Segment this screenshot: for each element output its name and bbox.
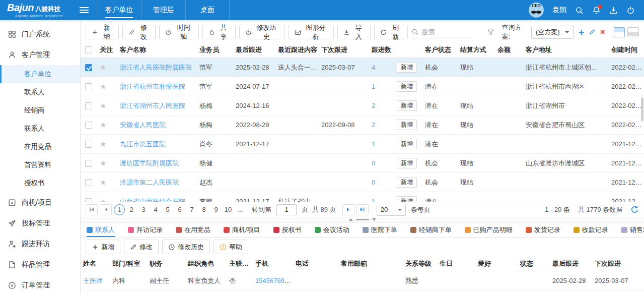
sidebar-item-1[interactable]: 客户管理 bbox=[0, 44, 80, 65]
detail-tab-3[interactable]: 商机/项目 bbox=[224, 223, 260, 237]
import-button[interactable]: 导入 bbox=[337, 25, 371, 39]
top-tab-2[interactable]: 桌面 bbox=[185, 0, 230, 20]
customer-name-link[interactable]: 浙江省杭州市肿瘤医院 bbox=[120, 83, 185, 90]
follow-count-link[interactable]: 4 bbox=[372, 64, 375, 71]
sidebar-item-9[interactable]: ¥商机/项目 bbox=[0, 192, 80, 213]
chart-button[interactable]: 图形分析 bbox=[289, 25, 334, 39]
col-header-address[interactable]: 客户地址 bbox=[523, 45, 608, 54]
col-header-follow-content[interactable]: 最近跟进内容 bbox=[275, 45, 318, 54]
col-header-next-follow[interactable]: 下次跟进 bbox=[318, 45, 359, 54]
dcol-role[interactable]: 组织角色 bbox=[185, 259, 227, 268]
star-icon[interactable]: ★ bbox=[100, 197, 106, 202]
table-row[interactable]: ★ 潍坊医学院附属医院 杨健 0 新增 机会 现结 山东省潍坊市潍城区 2021… bbox=[81, 154, 644, 173]
filter-funnel-icon[interactable] bbox=[487, 28, 494, 36]
history-button[interactable]: 修改历史 bbox=[162, 240, 210, 254]
dcol-relation[interactable]: 关系等级 bbox=[403, 259, 437, 268]
star-icon[interactable]: ★ bbox=[100, 178, 106, 187]
table-row[interactable]: ★ 济源市第二人民医院 赵杰 0 新增 机会 现结 2021-12-17 bbox=[81, 173, 644, 192]
star-icon[interactable]: ★ bbox=[100, 140, 106, 148]
follow-count-link[interactable]: 2 bbox=[372, 121, 375, 129]
full-view-toggle[interactable] bbox=[627, 27, 639, 37]
refresh-button[interactable]: 刷新 bbox=[374, 25, 407, 39]
history-button[interactable]: 修改历史 bbox=[239, 25, 285, 39]
col-header-balance[interactable]: 余额 bbox=[494, 45, 523, 54]
page-number-1[interactable]: 1 bbox=[114, 204, 125, 215]
table-row[interactable]: ★ 浙江省湖州市人民医院 杨梅 2024-12-16 2 新增 潜在 现结 浙江… bbox=[81, 96, 644, 115]
query-scheme-select[interactable]: (空方案) bbox=[531, 26, 574, 39]
dcol-mobile[interactable]: 手机 bbox=[253, 259, 293, 268]
dcol-next-follow[interactable]: 下次跟进 bbox=[592, 259, 637, 268]
customer-name-link[interactable]: 浙江省人民医院附属医院 bbox=[120, 64, 192, 71]
dcol-department[interactable]: 部门/科室 bbox=[110, 259, 147, 268]
row-checkbox[interactable] bbox=[85, 122, 92, 129]
table-row[interactable]: ★ 安徽省人民医院 杨梅 2022-08-29 2022-09-08 2 新增 … bbox=[81, 115, 644, 135]
page-number-3[interactable]: 3 bbox=[138, 204, 149, 215]
sidebar-item-7[interactable]: 首营资料 bbox=[0, 156, 80, 174]
collapse-up-icon[interactable] bbox=[349, 216, 353, 221]
row-checkbox[interactable] bbox=[85, 102, 92, 109]
page-number-...[interactable]: ... bbox=[235, 204, 246, 215]
lock-button[interactable]: 共享 bbox=[202, 25, 236, 39]
customer-name-link[interactable]: 济源市第二人民医院 bbox=[120, 179, 179, 186]
follow-count-link[interactable]: 0 bbox=[372, 179, 375, 186]
star-icon[interactable]: ★ bbox=[100, 121, 106, 129]
power-icon[interactable] bbox=[626, 6, 635, 15]
top-tab-1[interactable]: 管理层 bbox=[141, 0, 185, 20]
user-name[interactable]: 袁朗 bbox=[552, 6, 566, 15]
search-icon[interactable] bbox=[575, 6, 584, 15]
avatar[interactable]: CEO bbox=[529, 3, 544, 18]
delete-scheme-button[interactable]: × bbox=[600, 28, 605, 36]
table-row[interactable]: ★ 九江市第五医院 肖冬 2021-12-17 1 新增 潜在 2021-12-… bbox=[81, 135, 644, 154]
customer-name-link[interactable]: 九江市第五医院 bbox=[120, 140, 166, 148]
page-number-6[interactable]: 6 bbox=[174, 204, 185, 215]
table-row[interactable]: ★ 浙江省人民医院附属医院 范军 2025-02-28 送人头合一人员 2025… bbox=[81, 58, 644, 77]
prev-page-button[interactable] bbox=[100, 204, 112, 215]
star-icon[interactable]: ★ bbox=[100, 159, 106, 167]
customer-name-link[interactable]: 潍坊医学院附属医院 bbox=[120, 159, 179, 167]
page-number-7[interactable]: 7 bbox=[186, 204, 197, 215]
star-icon[interactable]: ★ bbox=[100, 101, 106, 110]
detail-tab-2[interactable]: 在用竞品 bbox=[176, 223, 210, 237]
row-checkbox[interactable] bbox=[85, 198, 92, 202]
col-header-settlement[interactable]: 结算方式 bbox=[457, 45, 494, 54]
mobile-link[interactable]: 15456769999 bbox=[255, 277, 293, 284]
plus-button[interactable]: 新增 bbox=[86, 25, 119, 39]
row-checkbox[interactable] bbox=[85, 83, 92, 90]
detail-tab-1[interactable]: 拜访记录 bbox=[128, 223, 163, 237]
split-view-toggle[interactable] bbox=[614, 27, 625, 37]
col-header-follow[interactable]: 关注 bbox=[97, 45, 117, 54]
plus-button[interactable]: 新增 bbox=[86, 240, 120, 254]
follow-count-link[interactable]: 0 bbox=[372, 159, 375, 167]
row-checkbox[interactable] bbox=[85, 179, 92, 186]
pencil-button[interactable]: 修改 bbox=[124, 240, 159, 254]
contact-name-link[interactable]: 王医师 bbox=[83, 277, 103, 284]
page-number-2[interactable]: 2 bbox=[126, 204, 137, 215]
edit-scheme-button[interactable] bbox=[589, 28, 596, 36]
sidebar-item-3[interactable]: 联系人 bbox=[0, 83, 80, 101]
detail-table-row[interactable]: 王医师 内科 副主任 科室负责人 否 15456769999 熟悉 2025-0… bbox=[81, 271, 644, 290]
sidebar-item-11[interactable]: 跟进拜访 bbox=[0, 233, 80, 254]
page-number-5[interactable]: 5 bbox=[162, 204, 173, 215]
pencil-button[interactable]: 修改 bbox=[122, 25, 156, 39]
col-header-salesperson[interactable]: 业务员 bbox=[196, 45, 233, 54]
row-checkbox[interactable] bbox=[85, 160, 92, 167]
sidebar-item-4[interactable]: 经销商 bbox=[0, 101, 80, 120]
detail-tab-7[interactable]: 经销商下单 bbox=[410, 223, 452, 237]
col-header-last-follow[interactable]: 最后跟进 bbox=[233, 45, 275, 54]
follow-count-link[interactable]: 1 bbox=[372, 140, 375, 148]
search-input[interactable] bbox=[421, 28, 471, 36]
detail-tab-5[interactable]: 会议活动 bbox=[315, 223, 349, 237]
goto-page-input[interactable] bbox=[276, 204, 297, 215]
notification-bell-icon[interactable] bbox=[592, 6, 601, 15]
dcol-phone[interactable]: 电话 bbox=[293, 259, 338, 268]
detail-tab-10[interactable]: 收款记录 bbox=[574, 223, 608, 237]
detail-tab-6[interactable]: 医院下单 bbox=[363, 223, 397, 237]
dcol-last-follow[interactable]: 最后跟进 bbox=[550, 259, 592, 268]
menu-icon[interactable] bbox=[80, 7, 89, 13]
dcol-birthday[interactable]: 生日 bbox=[437, 259, 475, 268]
dcol-name[interactable]: 姓名 bbox=[81, 259, 110, 268]
sidebar-item-10[interactable]: 投标管理 bbox=[0, 213, 80, 233]
star-icon[interactable]: ★ bbox=[100, 82, 106, 91]
dcol-primary-contact[interactable]: 主联系人 bbox=[227, 259, 253, 268]
customer-name-link[interactable]: 山西省中西医结合医院 bbox=[120, 198, 185, 202]
